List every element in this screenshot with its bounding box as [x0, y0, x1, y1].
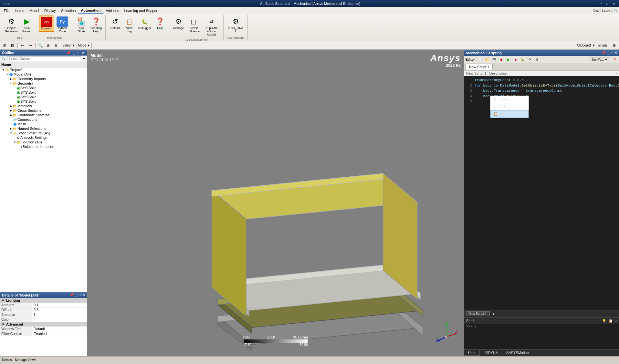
- toolbar-btn-2[interactable]: ⊟: [9, 42, 16, 49]
- section-lighting-collapse[interactable]: ▼: [1, 298, 5, 302]
- editor-help-btn[interactable]: ❓: [611, 57, 618, 62]
- scripting-close-btn[interactable]: ✕: [614, 51, 617, 55]
- ribbon-btn-reload[interactable]: ↺ Reload: [108, 16, 122, 31]
- tree-item-sys-solid-4[interactable]: ▣ SYS\Solid: [0, 99, 87, 104]
- ribbon-btn-duplicate-without[interactable]: ⧉ DuplicateWithout Results: [202, 16, 221, 37]
- expand-named-selections[interactable]: ▶: [9, 127, 13, 130]
- tree-item-named-selections[interactable]: ▶ 📂 Named Selections: [0, 126, 87, 131]
- editor-run-btn[interactable]: ▶: [505, 57, 512, 62]
- outline-pin-btn[interactable]: 📌: [66, 51, 71, 55]
- tree-item-project[interactable]: ▼ 📁 Project*: [0, 68, 87, 72]
- menu-addons[interactable]: Add-ons: [103, 8, 122, 13]
- shell-icon-1[interactable]: 💡: [602, 318, 607, 323]
- shell-add-tab-btn[interactable]: +: [491, 311, 496, 317]
- bottom-tab-lsdyna[interactable]: LSDYNA: [480, 350, 502, 356]
- tree-item-cross-sections[interactable]: ▶ 📂 Cross Sections: [0, 108, 87, 113]
- tree-item-static-structural[interactable]: ▼ ⚡ Static Structural (A5): [0, 131, 87, 135]
- shell-filter-btn[interactable]: ▽: [614, 318, 617, 323]
- scripting-minimize-btn[interactable]: _: [607, 51, 609, 55]
- ribbon-btn-run-macro[interactable]: ▶ RunMacro...: [20, 16, 34, 34]
- expand-materials[interactable]: ▶: [9, 104, 13, 108]
- outline-maximize-btn[interactable]: □: [77, 51, 80, 55]
- toolbar-zoom[interactable]: 🔍: [37, 42, 44, 49]
- editor-save-btn[interactable]: 💾: [491, 57, 498, 62]
- toolbar-settings[interactable]: ⚙: [611, 42, 618, 49]
- tree-item-geometry-imports[interactable]: ▶ 📂 Geometry Imports: [0, 77, 87, 81]
- tree-item-sys-solid-1[interactable]: ▣ SYS\Solid: [0, 86, 87, 90]
- ironpy-selector[interactable]: IronPy... ▼: [591, 57, 609, 62]
- expand-geometry-imports[interactable]: ▶: [9, 77, 13, 81]
- tree-item-coord-systems[interactable]: ▶ 📂 Coordinate Systems: [0, 113, 87, 117]
- menu-automation[interactable]: Automation: [78, 8, 103, 14]
- ribbon-btn-help[interactable]: ❓ Help: [153, 16, 167, 31]
- tree-item-sys-solid-2[interactable]: ▣ SYS\Solid: [0, 90, 87, 95]
- clipboard-dropdown[interactable]: ▼: [592, 44, 595, 47]
- script-tab-add-btn[interactable]: +: [493, 64, 498, 69]
- toolbar-zoom-out[interactable]: ⊖: [52, 42, 59, 49]
- section-advanced-collapse[interactable]: ▼: [1, 322, 5, 326]
- expand-static-structural[interactable]: ▼: [9, 131, 13, 135]
- editor-area[interactable]: 1 transparencyConst = 0.5 2 for body in …: [464, 76, 619, 310]
- tree-item-solution-a6[interactable]: ▼ 📂 Solution (A6): [0, 140, 87, 144]
- editor-record-btn[interactable]: ⏺: [498, 57, 505, 62]
- script-description-chevron[interactable]: ›: [616, 71, 617, 75]
- toolbar-redo[interactable]: ↪: [27, 42, 34, 49]
- editor-open-btn[interactable]: 📂: [484, 57, 490, 62]
- tree-item-materials[interactable]: ▶ 📂 Materials: [0, 104, 87, 108]
- tree-item-model-a4[interactable]: ▼ 🔷 Model (A4): [0, 72, 87, 77]
- tree-item-sys-solid-3[interactable]: ▣ SYS\Solid: [0, 95, 87, 99]
- expand-model-a4[interactable]: ▼: [5, 72, 9, 76]
- bottom-tab-ansysmotion[interactable]: ANSYSMotion: [502, 350, 533, 356]
- ctx-paste[interactable]: 📋 Paste: [490, 110, 529, 118]
- ribbon-btn-manage[interactable]: ⚙ Manage: [172, 16, 186, 31]
- ribbon-btn-python-code[interactable]: Py PythonCode: [55, 16, 70, 34]
- expand-cross-sections[interactable]: ▶: [9, 109, 13, 112]
- outline-minimize-btn[interactable]: _: [72, 51, 75, 55]
- shell-new-script-tab[interactable]: New Script 1: [466, 311, 490, 316]
- ribbon-btn-cog-final[interactable]: ⚙ COG_FINAL: [226, 16, 246, 34]
- mode-dropdown-icon[interactable]: ▼: [87, 44, 90, 47]
- ribbon-btn-scripting[interactable]: </> Scripting: [39, 16, 54, 32]
- expand-project[interactable]: ▼: [1, 68, 5, 72]
- ribbon-btn-debugger[interactable]: 🐛 Debugger: [137, 16, 153, 31]
- menu-home[interactable]: Home: [12, 8, 27, 13]
- editor-new-btn[interactable]: 📄: [477, 57, 483, 62]
- menu-display[interactable]: Display: [42, 8, 58, 13]
- script-tab-new-script-1[interactable]: New Script 1: [466, 64, 493, 70]
- tree-item-analysis-settings[interactable]: ⚙ Analysis Settings: [0, 135, 87, 140]
- menu-selection[interactable]: Selection: [58, 8, 78, 13]
- details-maximize-btn[interactable]: □: [79, 293, 81, 297]
- ribbon-btn-view-log[interactable]: 📋 ViewLog: [122, 16, 136, 34]
- editor-stop-btn[interactable]: ■: [512, 57, 519, 62]
- expand-solution-a6[interactable]: ▼: [13, 140, 17, 144]
- details-close-btn[interactable]: ✕: [82, 293, 85, 297]
- tree-item-solution-info[interactable]: ℹ Solution Information: [0, 144, 87, 149]
- editor-debug-btn[interactable]: 🐛: [519, 57, 526, 62]
- editor-settings-btn[interactable]: ⚙: [534, 57, 540, 62]
- menu-file[interactable]: File: [1, 8, 12, 13]
- minimize-button[interactable]: ─: [598, 1, 603, 6]
- bottom-tab-user[interactable]: User: [464, 350, 480, 356]
- shell-icon-2[interactable]: 📋: [608, 318, 613, 323]
- close-button[interactable]: ✕: [611, 1, 616, 6]
- scripting-maximize-btn[interactable]: □: [611, 51, 613, 55]
- expand-geometry[interactable]: ▼: [9, 81, 13, 85]
- toolbar-zoom-in[interactable]: ⊕: [45, 42, 52, 49]
- select-dropdown-icon[interactable]: ▼: [72, 44, 75, 47]
- toolbar-undo[interactable]: ↩: [19, 42, 26, 49]
- ribbon-btn-app-store[interactable]: 🏪 AppStore: [75, 16, 88, 34]
- maximize-button[interactable]: □: [605, 1, 610, 6]
- tree-item-mesh[interactable]: 🔷 Mesh: [0, 122, 87, 126]
- ribbon-btn-object-generator[interactable]: ⚙ ObjectGenerator: [3, 16, 20, 34]
- menu-model[interactable]: Model: [27, 8, 42, 13]
- outline-search-dropdown[interactable]: ▼: [82, 57, 86, 60]
- outline-close-btn[interactable]: ✕: [81, 51, 85, 55]
- scripting-pin-btn[interactable]: 📌: [602, 51, 606, 55]
- status-details[interactable]: Details: [2, 358, 12, 362]
- tree-item-connections[interactable]: 🔗 Connections: [0, 117, 87, 122]
- tree-item-geometry[interactable]: ▼ 📂 Geometry: [0, 81, 87, 86]
- editor-step-btn[interactable]: ↷: [527, 57, 533, 62]
- ctx-copy[interactable]: ⎘ Copy: [490, 96, 529, 103]
- ribbon-btn-scripting-help[interactable]: ❓ ScriptingHelp: [89, 16, 103, 34]
- status-manage-views[interactable]: Manage Views: [15, 358, 36, 362]
